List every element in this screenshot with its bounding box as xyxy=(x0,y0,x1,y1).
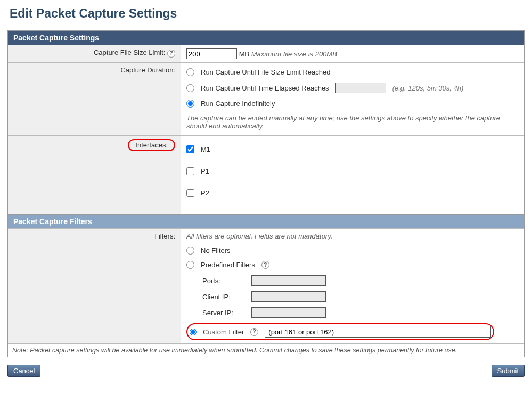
checkbox-m1-label: M1 xyxy=(201,145,210,153)
checkbox-p1[interactable] xyxy=(186,167,194,175)
checkbox-p2-label: P2 xyxy=(201,189,209,197)
radio-custom-filter-label: Custom Filter xyxy=(203,328,244,336)
clientip-input[interactable] xyxy=(251,291,326,302)
value-file-size: MB Maximum file size is 200MB xyxy=(181,45,524,62)
row-interfaces: Interfaces: M1 P1 P2 xyxy=(8,135,524,214)
label-cell-interfaces: Interfaces: xyxy=(8,136,181,214)
radio-until-size[interactable] xyxy=(186,68,194,76)
checkbox-m1[interactable] xyxy=(186,145,194,153)
radio-indefinitely[interactable] xyxy=(186,100,194,108)
radio-indefinitely-label: Run Capture Indefinitely xyxy=(201,100,275,108)
submit-button[interactable]: Submit xyxy=(492,365,525,377)
cancel-button[interactable]: Cancel xyxy=(7,365,40,377)
value-duration: Run Capture Until File Size Limit Reache… xyxy=(181,63,524,135)
serverip-input[interactable] xyxy=(251,307,326,318)
radio-until-size-label: Run Capture Until File Size Limit Reache… xyxy=(201,68,331,76)
duration-note: The capture can be ended manually at any… xyxy=(186,114,519,130)
settings-panel: Packet Capture Settings Capture File Siz… xyxy=(7,30,525,357)
time-elapsed-input[interactable] xyxy=(335,83,386,93)
radio-until-time-label: Run Capture Until Time Elapsed Reaches xyxy=(201,84,329,92)
ports-input[interactable] xyxy=(251,275,326,286)
radio-no-filters[interactable] xyxy=(186,247,194,255)
file-size-hint: Maximum file size is 200MB xyxy=(251,50,337,58)
radio-no-filters-label: No Filters xyxy=(201,247,231,255)
custom-filter-input[interactable] xyxy=(265,326,491,338)
file-size-unit: MB xyxy=(239,50,250,58)
clientip-label: Client IP: xyxy=(202,293,245,301)
radio-until-time[interactable] xyxy=(186,84,194,92)
section-header-filters: Packet Capture Filters xyxy=(8,214,524,228)
radio-predefined[interactable] xyxy=(186,261,194,269)
help-icon[interactable]: ? xyxy=(167,50,175,58)
custom-filter-highlight: Custom Filter ? xyxy=(186,323,494,340)
row-filters: Filters: All filters are optional. Field… xyxy=(8,228,524,343)
footer-note: Note: Packet capture settings will be av… xyxy=(8,343,524,357)
interfaces-label-highlight: Interfaces: xyxy=(128,139,175,151)
buttons-row: Cancel Submit xyxy=(7,365,525,377)
filters-top-hint: All filters are optional. Fields are not… xyxy=(186,232,519,240)
ports-label: Ports: xyxy=(202,277,245,285)
label-file-size-text: Capture File Size Limit: xyxy=(94,48,165,56)
time-hint: (e.g. 120s, 5m 30s, 4h) xyxy=(392,84,464,92)
label-file-size: Capture File Size Limit: ? xyxy=(8,45,181,62)
row-file-size: Capture File Size Limit: ? MB Maximum fi… xyxy=(8,45,524,62)
file-size-input[interactable] xyxy=(186,48,237,59)
checkbox-p1-label: P1 xyxy=(201,167,209,175)
help-icon[interactable]: ? xyxy=(261,261,269,269)
value-interfaces: M1 P1 P2 xyxy=(181,136,524,214)
value-filters: All filters are optional. Fields are not… xyxy=(181,229,524,343)
serverip-label: Server IP: xyxy=(202,309,245,317)
checkbox-p2[interactable] xyxy=(186,189,194,197)
radio-custom-filter[interactable] xyxy=(190,329,197,335)
label-filters: Filters: xyxy=(8,229,181,343)
section-header-settings: Packet Capture Settings xyxy=(8,31,524,45)
radio-predefined-label: Predefined Filters xyxy=(201,261,255,269)
label-duration: Capture Duration: xyxy=(8,63,181,135)
help-icon[interactable]: ? xyxy=(250,328,258,336)
page-title: Edit Packet Capture Settings xyxy=(10,6,525,21)
label-interfaces: Interfaces: xyxy=(135,141,168,149)
row-duration: Capture Duration: Run Capture Until File… xyxy=(8,62,524,135)
